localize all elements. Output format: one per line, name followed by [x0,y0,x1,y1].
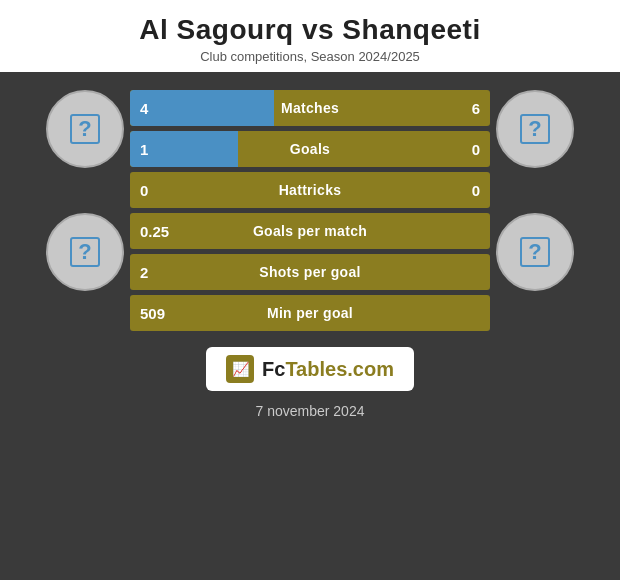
right-avatar-circle-2: ? [496,213,574,291]
left-value: 2 [140,264,148,281]
left-avatar-circle-2: ? [46,213,124,291]
right-avatar-placeholder: ? [520,114,550,144]
left-value: 0 [140,182,148,199]
right-avatar-placeholder-2: ? [520,237,550,267]
left-team-avatar-2: ? [40,213,130,291]
stat-bar: 2Shots per goal [130,254,490,290]
stat-row: 1Goals0 [130,131,490,167]
left-avatar-circle: ? [46,90,124,168]
stat-row: 2Shots per goal [130,254,490,290]
stat-label: Min per goal [267,305,353,321]
stat-row: 0Hattricks0 [130,172,490,208]
stat-bar: 0Hattricks0 [130,172,490,208]
stat-label: Matches [281,100,339,116]
stat-label: Goals per match [253,223,367,239]
stats-block-top: 4Matches61Goals00Hattricks0 [130,90,490,208]
stat-bar: 509Min per goal [130,295,490,331]
left-value: 1 [140,141,148,158]
stat-bar: 0.25Goals per match [130,213,490,249]
top-teams-row: ? 4Matches61Goals00Hattricks0 ? [10,90,610,208]
left-value: 0.25 [140,223,169,240]
header: Al Sagourq vs Shanqeeti Club competition… [0,0,620,72]
stat-label: Goals [290,141,330,157]
left-avatar-placeholder: ? [70,114,100,144]
date-text: 7 november 2024 [256,403,365,419]
right-avatar-circle: ? [496,90,574,168]
left-value: 4 [140,100,148,117]
logo-text: FcTables.com [262,358,394,381]
right-value: 0 [472,141,480,158]
left-fill [130,90,274,126]
stat-row: 4Matches6 [130,90,490,126]
left-avatar-placeholder-2: ? [70,237,100,267]
right-team-avatar: ? [490,90,580,168]
stat-label: Hattricks [279,182,342,198]
logo-icon: 📈 [226,355,254,383]
bottom-teams-row: ? 0.25Goals per match2Shots per goal509M… [10,213,610,331]
left-value: 509 [140,305,165,322]
stat-bar: 1Goals0 [130,131,490,167]
logo-text-styled: Tables.com [285,358,394,380]
subtitle: Club competitions, Season 2024/2025 [20,49,600,64]
left-team-avatar: ? [40,90,130,168]
stat-label: Shots per goal [259,264,360,280]
right-team-avatar-2: ? [490,213,580,291]
content-area: ? 4Matches61Goals00Hattricks0 ? ? 0.25Go… [0,72,620,580]
logo-area: 📈 FcTables.com [206,347,414,391]
stat-row: 509Min per goal [130,295,490,331]
right-value: 0 [472,182,480,199]
right-value: 6 [472,100,480,117]
stat-bar: 4Matches6 [130,90,490,126]
stats-block-bottom: 0.25Goals per match2Shots per goal509Min… [130,213,490,331]
stat-row: 0.25Goals per match [130,213,490,249]
page-title: Al Sagourq vs Shanqeeti [20,14,600,46]
